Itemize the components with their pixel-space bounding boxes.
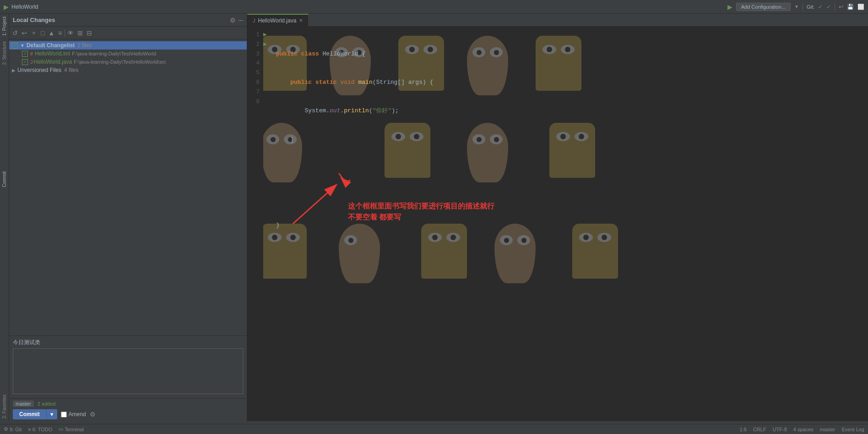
run-btn-1[interactable]: ▶ [263, 30, 272, 40]
panel-actions: ⚙ ─ [230, 16, 243, 24]
statusbar-git[interactable]: ⚙ 9: Git [4, 426, 22, 432]
line-num-2: 2 [247, 40, 260, 49]
vtab-commit[interactable]: Commit [1, 169, 8, 190]
titlebar-right: ▶ Add Configuration... ▼ Git: ✓ ✓ ↩ 💾 ⬜ [727, 3, 864, 11]
vtab-favorites[interactable]: 2: Favorites [1, 392, 8, 421]
tab-close-icon[interactable]: ✕ [299, 18, 303, 23]
editor-tab-helloworldjava[interactable]: J HelloWorld.java ✕ [247, 14, 309, 26]
amend-checkbox-input[interactable] [61, 412, 67, 418]
changelist-chevron: ▼ [20, 43, 25, 48]
statusbar-terminal[interactable]: ▭ Terminal [59, 426, 84, 432]
added-count: 2 added [38, 401, 56, 407]
undo-icon[interactable]: ↩ [839, 4, 843, 10]
file-tree: ✓ ▼ Default Changelist 2 files ✓ # Hello… [9, 39, 247, 335]
line-num-6: 6 [247, 78, 260, 88]
cursor-position[interactable]: 1:6 [740, 427, 747, 432]
maximize-icon[interactable]: ⬜ [857, 4, 864, 10]
line-endings[interactable]: CRLF [753, 427, 766, 432]
sep1 [803, 3, 803, 11]
code-line-2: public static void main(String[] args) { [276, 78, 864, 88]
config-dropdown[interactable]: ▼ [794, 4, 799, 9]
add-btn[interactable]: ＋ [29, 28, 38, 38]
run-spacer-6 [263, 78, 272, 88]
file-java-name: HelloWorld.java [34, 59, 72, 65]
code-content[interactable]: public class HelloWorld { public static … [272, 27, 868, 421]
unversioned-chevron: ▶ [12, 68, 16, 73]
tab-java-icon: J [253, 18, 255, 23]
todo-status-icon: ≡ [28, 427, 31, 432]
git-check2-icon[interactable]: ✓ [826, 4, 831, 10]
eye-btn[interactable]: 👁 [66, 28, 75, 38]
refresh-btn[interactable]: ↺ [11, 28, 19, 38]
app-icon: ▶ [4, 3, 9, 11]
amend-label: Amend [69, 411, 86, 418]
file-java-path: F:\java-learning-Daily\Test\HelloWorld\s… [74, 59, 166, 65]
run-btn-2[interactable]: ▶ [263, 40, 272, 49]
changelist-checkbox[interactable]: ✓ [12, 43, 18, 49]
git-run-icon: ▶ [727, 3, 732, 11]
add-configuration-button[interactable]: Add Configuration... [736, 3, 791, 11]
settings-icon[interactable]: ⚙ [230, 16, 236, 24]
event-log[interactable]: Event Log [841, 427, 864, 432]
encoding[interactable]: UTF-8 [773, 427, 787, 432]
run-spacer-3 [263, 49, 272, 59]
changelist-label: Default Changelist [27, 42, 75, 49]
save-icon[interactable]: 💾 [847, 4, 854, 10]
terminal-status-text: Terminal [65, 427, 84, 432]
run-spacer-5 [263, 68, 272, 78]
up-btn[interactable]: ▲ [47, 28, 56, 38]
left-panel: Local Changes ⚙ ─ ↺ ↩ ＋ □ ▲ ≡ 👁 ⊞ ⊟ ✓ ▼ [9, 14, 247, 421]
status-bar-left: master 2 added [13, 401, 243, 407]
unversioned-item[interactable]: ▶ Unversioned Files 4 files [9, 66, 247, 74]
git-check-icon[interactable]: ✓ [818, 4, 823, 10]
diff-btn[interactable]: □ [39, 28, 46, 38]
java-file-icon: J [30, 59, 33, 65]
terminal-status-icon: ▭ [59, 426, 63, 432]
code-line-1: public class HelloWorld { [276, 49, 864, 59]
code-line-3: System.out.println("你好"); [276, 106, 864, 116]
rollback-btn[interactable]: ↩ [20, 28, 28, 38]
vtab-project[interactable]: 1: Project [1, 14, 8, 38]
changelist-item[interactable]: ✓ ▼ Default Changelist 2 files [9, 41, 247, 49]
vertical-tabs: 1: Project 2: Structure Commit 2: Favori… [0, 14, 9, 421]
code-line-5 [276, 164, 864, 173]
commit-dropdown-button[interactable]: ▼ [46, 409, 57, 419]
commit-message-area: 今日测试类 [9, 335, 247, 398]
left-bottom: master 2 added Commit ▼ Amend ⚙ [9, 398, 247, 421]
branch-status[interactable]: master [820, 427, 835, 432]
commit-settings-button[interactable]: ⚙ [90, 411, 96, 418]
main-layout: 1: Project 2: Structure Commit 2: Favori… [0, 14, 868, 421]
expand-btn[interactable]: ⊞ [76, 28, 84, 38]
statusbar-todo[interactable]: ≡ 6: TODO [28, 427, 52, 432]
indent[interactable]: 4 spaces [793, 427, 814, 432]
collapse-btn[interactable]: ⊟ [85, 28, 93, 38]
changelist-count: 2 files [77, 42, 92, 49]
amend-checkbox-label[interactable]: Amend [61, 411, 86, 418]
run-gutter: ▶ ▶ [263, 27, 272, 421]
code-line-4: } [276, 135, 864, 145]
file-iml-checkbox[interactable]: ✓ [22, 51, 28, 57]
group-btn[interactable]: ≡ [57, 28, 63, 38]
statusbar-left: ⚙ 9: Git ≡ 6: TODO ▭ Terminal [4, 426, 84, 432]
minimize-icon[interactable]: ─ [239, 16, 243, 24]
file-item-iml[interactable]: ✓ # HelloWorld.iml F:\java-learning-Dail… [9, 49, 247, 58]
sep2 [835, 3, 835, 11]
line-num-3: 3 [247, 49, 260, 59]
git-label: Git: [807, 4, 814, 10]
left-toolbar: ↺ ↩ ＋ □ ▲ ≡ 👁 ⊞ ⊟ [9, 27, 247, 39]
line-num-8: 8 [247, 97, 260, 107]
file-item-java[interactable]: ✓ J HelloWorld.java F:\java-learning-Dai… [9, 58, 247, 66]
statusbar-right: 1:6 CRLF UTF-8 4 spaces master Event Log [740, 427, 864, 432]
code-editor[interactable]: 1 2 3 4 5 6 7 8 ▶ ▶ [247, 27, 868, 421]
vtab-structure[interactable]: 2: Structure [1, 38, 8, 68]
commit-main-button[interactable]: Commit [13, 409, 46, 419]
titlebar-left: ▶ HelloWorld [4, 3, 38, 11]
iml-file-icon: # [30, 51, 33, 56]
run-spacer-8 [263, 97, 272, 107]
commit-message-input[interactable] [13, 348, 243, 394]
tab-filename: HelloWorld.java [258, 17, 297, 24]
file-java-checkbox[interactable]: ✓ [22, 59, 28, 65]
panel-title: Local Changes [13, 16, 55, 23]
code-line-8 [276, 249, 864, 259]
commit-button-group: Commit ▼ [13, 409, 57, 419]
